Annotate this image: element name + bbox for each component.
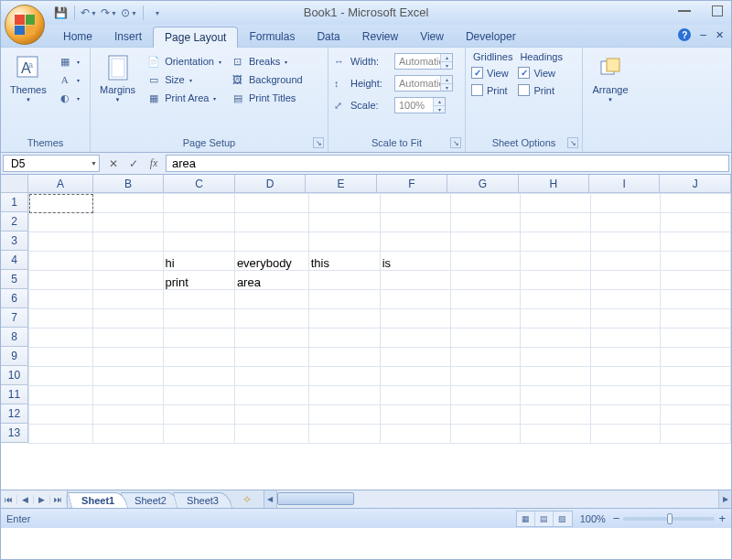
cell-F13[interactable]	[380, 425, 450, 444]
tab-view[interactable]: View	[409, 27, 455, 47]
sheetopt-launcher[interactable]: ↘	[567, 137, 578, 148]
cell-I13[interactable]	[590, 425, 661, 444]
cell-C5[interactable]: print	[163, 271, 234, 290]
cell-I5[interactable]	[590, 271, 661, 290]
undo-button[interactable]: ↶▼	[81, 5, 97, 21]
cell-C2[interactable]	[163, 213, 234, 232]
cell-J10[interactable]	[661, 367, 731, 386]
cell-A2[interactable]	[29, 213, 93, 232]
cell-G5[interactable]	[450, 271, 521, 290]
row-header-9[interactable]: 9	[1, 347, 28, 366]
row-header-5[interactable]: 5	[1, 270, 28, 289]
row-header-10[interactable]: 10	[1, 366, 28, 385]
cell-F10[interactable]	[380, 367, 450, 386]
cell-F3[interactable]	[380, 232, 450, 252]
cell-C10[interactable]	[163, 367, 234, 386]
column-header-H[interactable]: H	[519, 175, 589, 193]
sheet-nav-last[interactable]: ⏭	[50, 495, 67, 504]
cell-I1[interactable]	[590, 194, 661, 213]
cell-D6[interactable]	[234, 290, 308, 309]
cell-G13[interactable]	[450, 425, 521, 444]
size-button[interactable]: ▭Size▾	[145, 71, 223, 88]
cell-H12[interactable]	[521, 405, 591, 425]
cell-G2[interactable]	[450, 213, 521, 232]
cell-B13[interactable]	[93, 425, 164, 444]
worksheet-grid[interactable]: ABCDEFGHIJ 12345678910111213 hieverybody…	[1, 175, 731, 490]
cell-D13[interactable]	[234, 425, 308, 444]
select-all-box[interactable]	[1, 175, 28, 193]
cell-I11[interactable]	[590, 386, 661, 405]
cell-E2[interactable]	[308, 213, 380, 232]
cell-C11[interactable]	[163, 386, 234, 405]
cell-I3[interactable]	[590, 232, 661, 252]
cell-G6[interactable]	[450, 290, 521, 309]
cell-E11[interactable]	[308, 386, 380, 405]
sheet-nav-next[interactable]: ▶	[34, 495, 50, 504]
cell-B6[interactable]	[93, 290, 164, 309]
view-page-layout[interactable]: ▤	[535, 512, 554, 526]
tab-formulas[interactable]: Formulas	[238, 27, 306, 47]
maximize-button[interactable]	[709, 5, 726, 17]
column-header-B[interactable]: B	[93, 175, 164, 193]
scale-field[interactable]: 100%▴▾	[394, 97, 446, 113]
print-titles-button[interactable]: ▤Print Titles	[229, 90, 305, 106]
cell-E7[interactable]	[308, 309, 380, 328]
cell-G9[interactable]	[450, 348, 521, 367]
cell-A5[interactable]	[29, 271, 93, 290]
qat-customize[interactable]: ▾	[149, 5, 166, 21]
cell-A3[interactable]	[29, 232, 93, 252]
help-icon[interactable]: ?	[678, 28, 691, 41]
cell-B2[interactable]	[93, 213, 164, 232]
cell-C8[interactable]	[163, 328, 234, 348]
cell-C1[interactable]	[163, 194, 234, 213]
cell-H4[interactable]	[521, 252, 591, 271]
cell-I2[interactable]	[590, 213, 661, 232]
zoom-value[interactable]: 100%	[580, 513, 606, 524]
cell-F5[interactable]	[380, 271, 450, 290]
cell-E4[interactable]: this	[308, 252, 380, 271]
cell-F1[interactable]	[380, 194, 450, 213]
cell-J5[interactable]	[661, 271, 731, 290]
cell-I7[interactable]	[590, 309, 661, 328]
cell-B9[interactable]	[93, 348, 164, 367]
cell-G3[interactable]	[450, 232, 521, 252]
pagesetup-launcher[interactable]: ↘	[313, 137, 324, 148]
tab-insert[interactable]: Insert	[103, 27, 153, 47]
cell-B3[interactable]	[93, 232, 164, 252]
cell-D5[interactable]: area	[234, 271, 308, 290]
redo-button[interactable]: ↷▼	[101, 5, 117, 21]
cell-B5[interactable]	[93, 271, 164, 290]
save-icon[interactable]: 💾	[52, 5, 69, 21]
column-header-I[interactable]: I	[589, 175, 660, 193]
cell-A13[interactable]	[29, 425, 93, 444]
zoom-out[interactable]: −	[613, 512, 620, 525]
orientation-button[interactable]: 📄Orientation▾	[145, 53, 223, 70]
cell-J1[interactable]	[661, 194, 731, 213]
arrange-button[interactable]: Arrange ▼	[588, 51, 631, 104]
cell-I9[interactable]	[590, 348, 661, 367]
formula-accept[interactable]: ✓	[127, 157, 140, 170]
breaks-button[interactable]: ⊡Breaks▾	[229, 53, 305, 70]
cell-I4[interactable]	[590, 252, 661, 271]
cell-J9[interactable]	[661, 348, 731, 367]
cell-E8[interactable]	[308, 328, 380, 348]
sheet-nav-first[interactable]: ⏮	[1, 495, 17, 504]
zoom-slider[interactable]	[623, 517, 715, 521]
cell-A7[interactable]	[29, 309, 93, 328]
width-field[interactable]: Automatic▴▾	[394, 53, 453, 70]
minimize-button[interactable]	[676, 5, 693, 17]
cell-J11[interactable]	[661, 386, 731, 405]
cell-F12[interactable]	[380, 405, 450, 425]
cell-G11[interactable]	[450, 386, 521, 405]
cell-A6[interactable]	[29, 290, 93, 309]
cell-D2[interactable]	[234, 213, 308, 232]
cell-D8[interactable]	[234, 328, 308, 348]
cell-J4[interactable]	[661, 252, 731, 271]
background-button[interactable]: 🖼Background	[229, 71, 305, 88]
cell-F8[interactable]	[380, 328, 450, 348]
tab-home[interactable]: Home	[52, 27, 103, 47]
cell-G4[interactable]	[450, 252, 521, 271]
cell-F7[interactable]	[380, 309, 450, 328]
column-header-F[interactable]: F	[377, 175, 447, 193]
theme-effects[interactable]: ◐▾	[56, 90, 81, 106]
